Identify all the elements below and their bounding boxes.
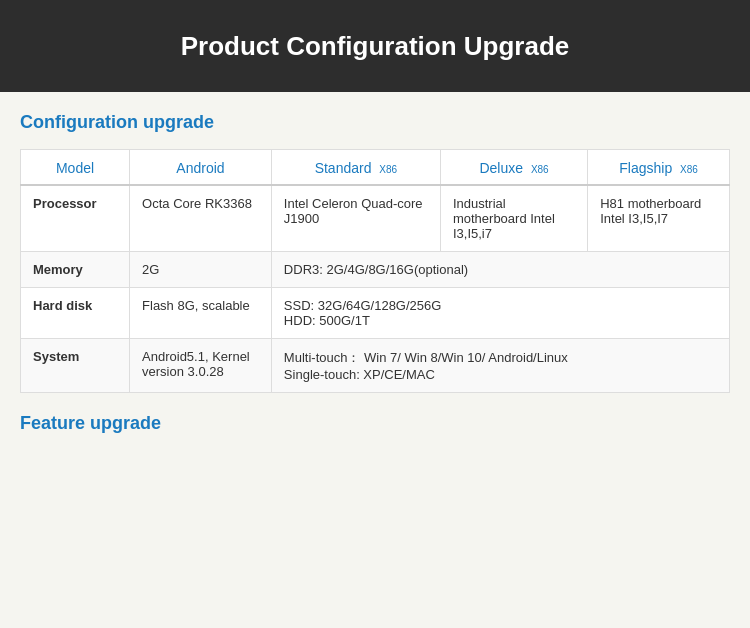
harddisk-label: Hard disk xyxy=(21,288,130,339)
table-row-harddisk: Hard disk Flash 8G, scalable SSD: 32G/64… xyxy=(21,288,730,339)
flagship-badge: X86 xyxy=(680,164,698,175)
processor-label: Processor xyxy=(21,185,130,252)
feature-section-title: Feature upgrade xyxy=(20,413,730,434)
table-header-row: Model Android Standard X86 Deluxe X86 Fl xyxy=(21,150,730,186)
memory-label: Memory xyxy=(21,252,130,288)
processor-android: Octa Core RK3368 xyxy=(130,185,272,252)
table-row-system: System Android5.1, Kernel version 3.0.28… xyxy=(21,339,730,393)
main-content: Configuration upgrade Model Android Stan… xyxy=(0,92,750,460)
memory-span: DDR3: 2G/4G/8G/16G(optional) xyxy=(271,252,729,288)
col-flagship-header: Flagship X86 xyxy=(588,150,730,186)
col-standard-header: Standard X86 xyxy=(271,150,440,186)
feature-section: Feature upgrade xyxy=(20,413,730,434)
config-section-title: Configuration upgrade xyxy=(20,112,730,133)
page-header: Product Configuration Upgrade xyxy=(0,0,750,92)
system-span: Multi-touch： Win 7/ Win 8/Win 10/ Androi… xyxy=(271,339,729,393)
processor-deluxe: Industrial motherboard Intel I3,I5,i7 xyxy=(440,185,587,252)
table-row-memory: Memory 2G DDR3: 2G/4G/8G/16G(optional) xyxy=(21,252,730,288)
col-android-header: Android xyxy=(130,150,272,186)
harddisk-android: Flash 8G, scalable xyxy=(130,288,272,339)
table-row-processor: Processor Octa Core RK3368 Intel Celeron… xyxy=(21,185,730,252)
deluxe-badge: X86 xyxy=(531,164,549,175)
system-android: Android5.1, Kernel version 3.0.28 xyxy=(130,339,272,393)
config-section: Configuration upgrade Model Android Stan… xyxy=(20,112,730,393)
processor-flagship: H81 motherboard Intel I3,I5,I7 xyxy=(588,185,730,252)
system-label: System xyxy=(21,339,130,393)
harddisk-span: SSD: 32G/64G/128G/256G HDD: 500G/1T xyxy=(271,288,729,339)
col-model-header: Model xyxy=(21,150,130,186)
config-table: Model Android Standard X86 Deluxe X86 Fl xyxy=(20,149,730,393)
col-deluxe-header: Deluxe X86 xyxy=(440,150,587,186)
page-title: Product Configuration Upgrade xyxy=(20,28,730,64)
processor-standard: Intel Celeron Quad-core J1900 xyxy=(271,185,440,252)
memory-android: 2G xyxy=(130,252,272,288)
standard-badge: X86 xyxy=(379,164,397,175)
